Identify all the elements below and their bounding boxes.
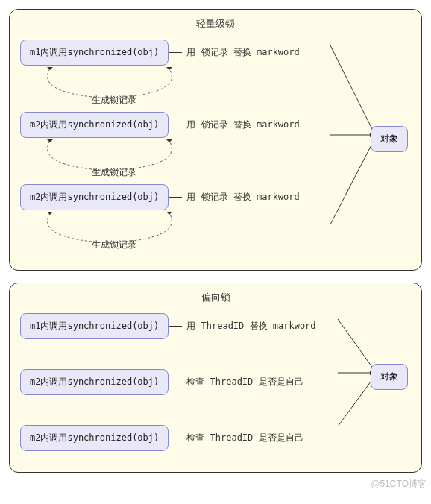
panel-biased-lock: 偏向锁 对象 m1内调用synchronized(obj) 用 ThreadID… [9,283,422,473]
panel-lightweight-lock: 轻量级锁 对象 m1内调用synchronized(obj) 用 锁记录 替换 … [9,9,422,271]
watermark-text: @51CTO博客 [371,478,427,491]
edge-label: 用 锁记录 替换 markword [186,46,299,59]
panel-title: 偏向锁 [20,291,411,304]
diagram-row: m1内调用synchronized(obj) 用 锁记录 替换 markword [20,40,411,66]
sync-call-node: m2内调用synchronized(obj) [20,184,169,210]
sync-call-node: m1内调用synchronized(obj) [20,40,169,66]
edge-line [169,438,182,438]
loop-label: 生成锁记录 [92,239,136,251]
diagram-row: m1内调用synchronized(obj) 用 ThreadID 替换 mar… [20,313,411,339]
edge-label: 检查 ThreadID 是否是自己 [186,376,303,388]
diagram-row: m2内调用synchronized(obj) 检查 ThreadID 是否是自己 [20,425,411,451]
edge-label: 检查 ThreadID 是否是自己 [186,432,303,444]
loop-label: 生成锁记录 [92,94,136,107]
sync-call-node: m2内调用synchronized(obj) [20,112,169,138]
diagram-row: m2内调用synchronized(obj) 用 锁记录 替换 markword [20,184,411,210]
edge-label: 用 ThreadID 替换 markword [186,320,315,333]
loop-label: 生成锁记录 [92,166,136,179]
sync-call-node: m2内调用synchronized(obj) [20,425,169,451]
diagram-row: m2内调用synchronized(obj) 用 锁记录 替换 markword [20,112,411,138]
diagram-row: m2内调用synchronized(obj) 检查 ThreadID 是否是自己 [20,369,411,395]
edge-line [169,125,182,125]
sync-call-node: m1内调用synchronized(obj) [20,313,169,339]
edge-line [169,382,182,382]
edge-label: 用 锁记录 替换 markword [186,119,299,131]
panel-title: 轻量级锁 [20,17,411,31]
edge-line [169,326,182,327]
edge-line [169,52,182,53]
edge-label: 用 锁记录 替换 markword [186,191,299,204]
sync-call-node: m2内调用synchronized(obj) [20,369,169,395]
self-loop: 生成锁记录 [28,69,411,110]
self-loop: 生成锁记录 [28,213,411,255]
edge-line [169,197,182,198]
self-loop: 生成锁记录 [28,141,411,183]
